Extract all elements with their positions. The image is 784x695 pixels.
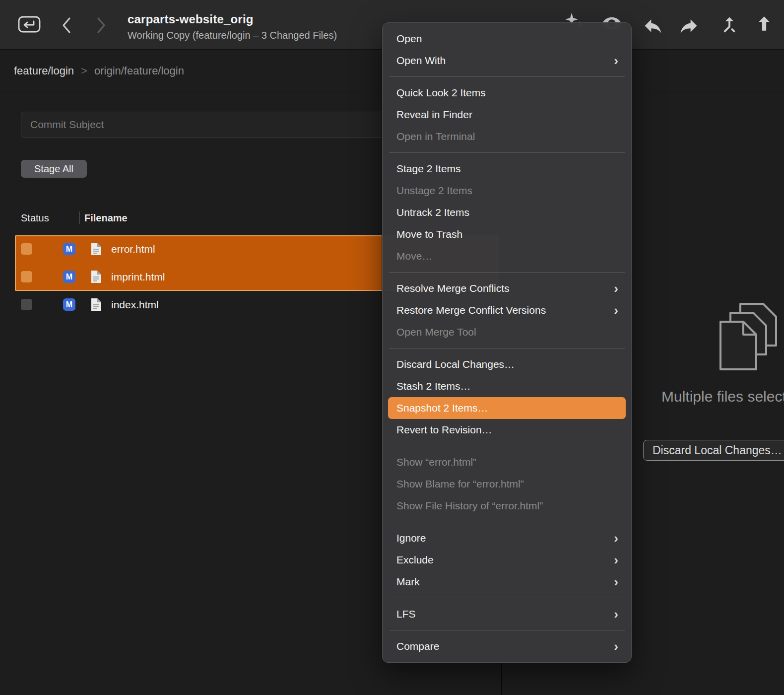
working-copy-button[interactable] bbox=[18, 14, 41, 35]
modified-status-badge: M bbox=[63, 298, 75, 311]
menu-separator bbox=[389, 446, 625, 446]
chevron-left-icon bbox=[62, 17, 71, 34]
menu-item-exclude[interactable]: Exclude › bbox=[388, 549, 626, 571]
branch-icon[interactable] bbox=[719, 14, 740, 38]
menu-item-label: Move to Trash bbox=[396, 228, 462, 240]
back-button[interactable] bbox=[62, 17, 74, 34]
menu-separator bbox=[389, 76, 625, 77]
stage-checkbox[interactable] bbox=[21, 243, 32, 255]
modified-status-badge: M bbox=[63, 271, 75, 283]
file-icon bbox=[91, 298, 102, 311]
menu-separator bbox=[389, 522, 625, 522]
redo-arrow-icon[interactable] bbox=[678, 15, 700, 39]
menu-separator bbox=[389, 598, 625, 598]
menu-item-show-error-html: Show “error.html” › bbox=[388, 451, 626, 473]
menu-item-show-blame-for-error-html: Show Blame for “error.html” › bbox=[388, 473, 626, 495]
menu-item-stage-2-items[interactable]: Stage 2 Items › bbox=[388, 158, 626, 180]
filename-label: imprint.html bbox=[111, 263, 165, 291]
menu-item-restore-merge-conflict-versions[interactable]: Restore Merge Conflict Versions › bbox=[388, 299, 626, 321]
menu-item-quick-look-2-items[interactable]: Quick Look 2 Items › bbox=[388, 82, 626, 104]
menu-item-open[interactable]: Open › bbox=[388, 28, 626, 50]
menu-item-label: Snapshot 2 Items… bbox=[396, 402, 488, 414]
menu-separator bbox=[389, 630, 625, 630]
multiple-files-icon bbox=[715, 301, 784, 383]
breadcrumb-remote-branch[interactable]: origin/feature/login bbox=[94, 65, 184, 77]
menu-item-open-merge-tool: Open Merge Tool › bbox=[388, 321, 626, 343]
menu-item-snapshot-2-items[interactable]: Snapshot 2 Items… › bbox=[388, 397, 626, 419]
menu-item-move: Move… › bbox=[388, 245, 626, 267]
menu-item-label: LFS bbox=[396, 608, 416, 620]
menu-item-label: Show “error.html” bbox=[396, 456, 476, 468]
menu-item-compare[interactable]: Compare › bbox=[388, 635, 626, 657]
submenu-chevron-icon: › bbox=[614, 278, 618, 299]
filename-label: error.html bbox=[111, 235, 155, 263]
menu-item-ignore[interactable]: Ignore › bbox=[388, 527, 626, 549]
submenu-chevron-icon: › bbox=[614, 527, 618, 549]
forward-button[interactable] bbox=[96, 17, 109, 34]
menu-item-unstage-2-items: Unstage 2 Items › bbox=[388, 180, 626, 202]
menu-item-label: Untrack 2 Items bbox=[396, 207, 469, 218]
menu-item-move-to-trash[interactable]: Move to Trash › bbox=[388, 223, 626, 245]
menu-item-lfs[interactable]: LFS › bbox=[388, 603, 626, 625]
stage-all-button[interactable]: Stage All bbox=[21, 160, 87, 178]
submenu-chevron-icon: › bbox=[614, 299, 618, 321]
menu-item-label: Exclude bbox=[396, 554, 434, 565]
menu-separator bbox=[389, 272, 625, 273]
menu-item-label: Show File History of “error.html” bbox=[396, 500, 543, 511]
menu-item-label: Unstage 2 Items bbox=[396, 185, 472, 196]
empty-state-message: Multiple files selected bbox=[661, 388, 784, 405]
file-icon bbox=[91, 270, 102, 283]
menu-item-label: Open in Terminal bbox=[396, 131, 475, 142]
submenu-chevron-icon: › bbox=[614, 571, 618, 593]
menu-item-resolve-merge-conflicts[interactable]: Resolve Merge Conflicts › bbox=[388, 278, 626, 299]
menu-item-label: Revert to Revision… bbox=[396, 424, 492, 435]
menu-item-discard-local-changes[interactable]: Discard Local Changes… › bbox=[388, 353, 626, 375]
menu-item-label: Resolve Merge Conflicts bbox=[396, 282, 510, 294]
menu-item-label: Stash 2 Items… bbox=[396, 380, 470, 392]
return-icon bbox=[18, 14, 41, 35]
menu-item-label: Mark bbox=[396, 576, 420, 587]
menu-item-label: Restore Merge Conflict Versions bbox=[396, 304, 546, 316]
context-menu: Open › Open With › Quick Look 2 Items › … bbox=[382, 22, 632, 663]
menu-separator bbox=[389, 152, 625, 153]
column-header-filename: Filename bbox=[84, 212, 128, 224]
menu-item-label: Discard Local Changes… bbox=[396, 358, 515, 370]
menu-item-label: Reveal in Finder bbox=[396, 109, 472, 120]
undo-arrow-icon[interactable] bbox=[642, 15, 664, 39]
menu-item-open-in-terminal: Open in Terminal › bbox=[388, 126, 626, 147]
menu-item-label: Ignore bbox=[396, 532, 426, 544]
menu-item-untrack-2-items[interactable]: Untrack 2 Items › bbox=[388, 202, 626, 223]
file-icon bbox=[91, 242, 102, 256]
stage-checkbox[interactable] bbox=[21, 271, 32, 282]
submenu-chevron-icon: › bbox=[614, 50, 618, 71]
menu-item-show-file-history-of-error-html: Show File History of “error.html” › bbox=[388, 495, 626, 517]
discard-local-changes-button[interactable]: Discard Local Changes… bbox=[643, 440, 784, 461]
column-divider bbox=[79, 211, 80, 224]
column-header-status: Status bbox=[21, 212, 49, 224]
menu-item-label: Quick Look 2 Items bbox=[396, 87, 486, 98]
menu-item-label: Open With bbox=[396, 55, 446, 66]
menu-item-label: Stage 2 Items bbox=[396, 163, 461, 174]
filename-label: index.html bbox=[111, 291, 159, 319]
breadcrumb-branch[interactable]: feature/login bbox=[14, 65, 74, 77]
menu-item-label: Compare bbox=[396, 640, 439, 652]
menu-item-mark[interactable]: Mark › bbox=[388, 571, 626, 593]
menu-item-label: Open bbox=[396, 33, 422, 44]
submenu-chevron-icon: › bbox=[614, 549, 618, 571]
menu-item-label: Move… bbox=[396, 250, 432, 262]
menu-separator bbox=[389, 348, 625, 348]
modified-status-badge: M bbox=[63, 243, 75, 255]
breadcrumb-separator: > bbox=[81, 65, 87, 77]
repository-title: carparts-website_orig bbox=[128, 12, 337, 26]
menu-item-open-with[interactable]: Open With › bbox=[388, 50, 626, 71]
app-window: carparts-website_orig Working Copy (feat… bbox=[0, 0, 784, 695]
menu-item-stash-2-items[interactable]: Stash 2 Items… › bbox=[388, 375, 626, 397]
menu-item-reveal-in-finder[interactable]: Reveal in Finder › bbox=[388, 104, 626, 126]
stage-checkbox[interactable] bbox=[21, 299, 32, 310]
working-copy-subtitle: Working Copy (feature/login – 3 Changed … bbox=[128, 30, 337, 41]
submenu-chevron-icon: › bbox=[614, 635, 618, 657]
push-icon[interactable] bbox=[754, 15, 774, 37]
menu-item-label: Open Merge Tool bbox=[396, 326, 476, 338]
window-titles: carparts-website_orig Working Copy (feat… bbox=[128, 12, 337, 41]
menu-item-revert-to-revision[interactable]: Revert to Revision… › bbox=[388, 419, 626, 441]
